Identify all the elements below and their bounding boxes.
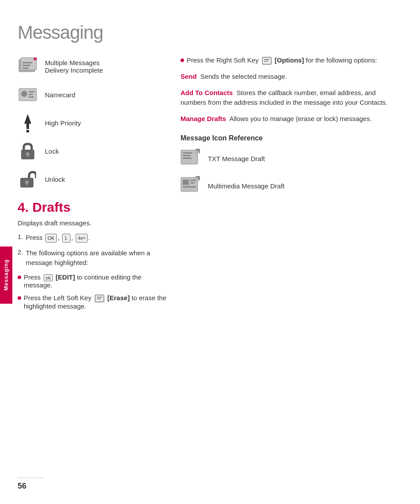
two-col-layout: ! Multiple MessagesDelivery Incomplete xyxy=(18,56,401,315)
bullet-options-content: Press the Right Soft Key [Options] for t… xyxy=(187,56,401,65)
svg-rect-26 xyxy=(181,150,198,164)
bullet-dot-options xyxy=(181,59,184,62)
send-option: Send Sends the selected message. xyxy=(181,72,401,82)
svg-rect-27 xyxy=(183,152,192,154)
icon-row-unlock: Unlock xyxy=(18,169,167,189)
edit-label: [EDIT] xyxy=(55,273,75,281)
svg-rect-29 xyxy=(183,158,192,159)
add-to-contacts-label: Add To Contacts xyxy=(181,89,233,96)
multiple-messages-icon: ! xyxy=(18,56,38,77)
message-icon-ref-heading: Message Icon Reference xyxy=(181,134,401,142)
section-number: 4. xyxy=(18,200,29,214)
add-to-contacts-option: Add To Contacts Stores the callback numb… xyxy=(181,88,401,108)
namecard-icon xyxy=(18,85,38,105)
bullet-list-left: Press ok [EDIT] to continue editing the … xyxy=(18,273,167,310)
section-heading-drafts: 4. Drafts xyxy=(18,200,167,215)
bullet-erase: Press the Left Soft Key [Erase] to erase… xyxy=(18,294,167,310)
section-title: Drafts xyxy=(32,200,70,214)
right-soft-key-icon xyxy=(262,57,272,65)
svg-rect-2 xyxy=(22,62,32,63)
svg-rect-20 xyxy=(95,295,104,302)
msg-icon-row-multimedia: Multimedia Message Draft xyxy=(181,176,401,196)
bullet-edit-content: Press ok [EDIT] to continue editing the … xyxy=(24,273,167,289)
key-4: 4ghi xyxy=(76,234,88,243)
page-title: Messaging xyxy=(18,22,401,43)
step-1: 1. Press OK, 1·, 4ghi. xyxy=(18,233,167,243)
unlock-icon xyxy=(18,169,38,189)
bullet-erase-content: Press the Left Soft Key [Erase] to erase… xyxy=(24,294,167,310)
bullet-dot-erase xyxy=(18,296,21,300)
icon-row-lock: Lock xyxy=(18,141,167,161)
txt-draft-label: TXT Message Draft xyxy=(208,155,265,162)
svg-marker-12 xyxy=(24,114,31,129)
page-number: 56 xyxy=(18,478,44,491)
manage-drafts-description: Allows you to manage (erase or lock) mes… xyxy=(229,115,372,122)
icon-row-namecard: Namecard xyxy=(18,85,167,105)
side-tab: Messaging xyxy=(0,246,12,304)
svg-rect-19 xyxy=(26,182,28,185)
step-2-num: 2. xyxy=(18,248,23,256)
right-column: Press the Right Soft Key [Options] for t… xyxy=(181,56,401,315)
msg-icon-row-txt: TXT Message Draft xyxy=(181,148,401,169)
bullet-dot-edit xyxy=(18,276,21,279)
svg-rect-13 xyxy=(26,130,29,132)
bullet-edit: Press ok [EDIT] to continue editing the … xyxy=(18,273,167,289)
txt-draft-icon xyxy=(181,148,201,169)
left-soft-key-icon xyxy=(95,294,104,302)
svg-rect-3 xyxy=(22,65,30,66)
lock-icon xyxy=(18,141,38,161)
section-intro: Displays draft messages. xyxy=(18,219,167,227)
svg-rect-11 xyxy=(29,96,34,98)
step-2: 2. The following options are available w… xyxy=(18,248,167,268)
svg-rect-33 xyxy=(183,180,189,185)
svg-rect-35 xyxy=(190,182,195,184)
erase-label: [Erase] xyxy=(107,294,130,302)
icon-row-high-priority: High Priority xyxy=(18,113,167,133)
manage-drafts-option: Manage Drafts Allows you to manage (eras… xyxy=(181,114,401,124)
key-ok: OK xyxy=(45,234,57,243)
multimedia-draft-label: Multimedia Message Draft xyxy=(208,182,284,190)
svg-rect-4 xyxy=(22,67,29,69)
bullet-options: Press the Right Soft Key [Options] for t… xyxy=(181,56,401,65)
multiple-messages-label: Multiple MessagesDelivery Incomplete xyxy=(45,59,103,74)
svg-rect-23 xyxy=(262,57,271,64)
icon-row-multiple-messages: ! Multiple MessagesDelivery Incomplete xyxy=(18,56,167,77)
svg-rect-10 xyxy=(29,94,33,95)
send-description: Sends the selected message. xyxy=(200,73,287,80)
manage-drafts-label: Manage Drafts xyxy=(181,115,226,122)
unlock-label: Unlock xyxy=(45,176,65,183)
options-label: [Options] xyxy=(275,56,304,64)
svg-point-8 xyxy=(21,91,27,97)
svg-rect-9 xyxy=(29,91,35,92)
lock-label: Lock xyxy=(45,147,59,155)
send-label: Send xyxy=(181,73,197,80)
bullet-list-right-top: Press the Right Soft Key [Options] for t… xyxy=(181,56,401,65)
high-priority-icon xyxy=(18,113,38,133)
step-1-num: 1. xyxy=(18,233,23,240)
namecard-label: Namecard xyxy=(45,91,75,99)
step-2-content: The following options are available when… xyxy=(26,248,167,268)
svg-rect-36 xyxy=(183,186,196,188)
step-1-content: Press OK, 1·, 4ghi. xyxy=(26,233,90,243)
key-1: 1· xyxy=(62,234,70,243)
left-column: ! Multiple MessagesDelivery Incomplete xyxy=(18,56,167,315)
svg-rect-16 xyxy=(27,154,29,157)
main-content: Messaging ! xyxy=(18,22,401,504)
svg-rect-28 xyxy=(183,155,191,156)
side-tab-label: Messaging xyxy=(3,259,9,291)
high-priority-label: High Priority xyxy=(45,119,81,127)
svg-text:!: ! xyxy=(35,58,36,61)
multimedia-draft-icon xyxy=(181,176,201,196)
message-icon-reference: Message Icon Reference xyxy=(181,134,401,196)
key-ok-edit: ok xyxy=(44,274,53,281)
